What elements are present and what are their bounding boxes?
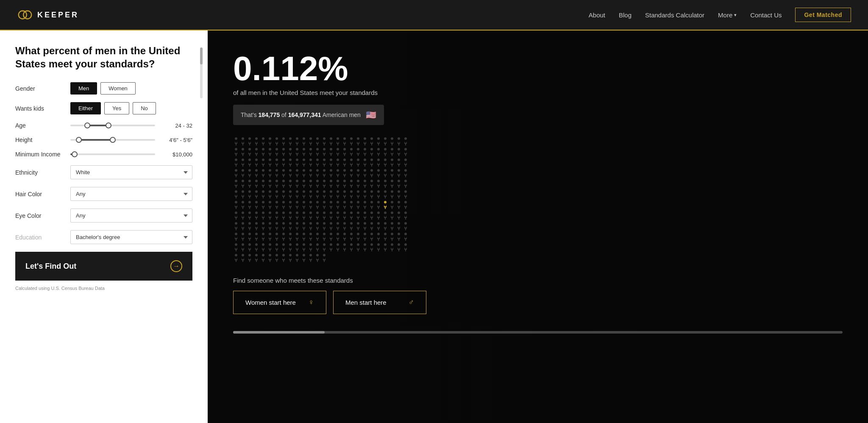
age-slider[interactable]: 24 - 32 <box>70 122 192 129</box>
income-slider[interactable]: $10,000 <box>70 151 192 158</box>
eye-color-select[interactable]: Any Brown Blue Green Hazel <box>70 209 192 223</box>
person-icon <box>281 243 287 253</box>
person-icon <box>376 158 381 168</box>
svg-point-20 <box>357 137 359 140</box>
svg-point-221 <box>309 222 312 225</box>
person-icon <box>240 169 246 178</box>
cta-buttons: Women start here ♀ Men start here ♂ <box>233 291 843 314</box>
gender-men-button[interactable]: Men <box>70 82 97 95</box>
person-icon <box>382 147 388 157</box>
svg-point-277 <box>337 243 339 246</box>
svg-point-112 <box>275 180 278 182</box>
scrollbar-track[interactable] <box>233 331 843 334</box>
age-thumb-2[interactable] <box>106 122 111 128</box>
person-icon <box>403 243 409 253</box>
nav-contact[interactable]: Contact Us <box>750 11 782 19</box>
svg-point-251 <box>337 233 339 235</box>
person-icon <box>396 243 402 253</box>
person-icon <box>328 169 334 178</box>
svg-point-235 <box>404 222 407 225</box>
hair-color-select[interactable]: Any Brown Blonde Black Red Gray <box>70 187 192 201</box>
person-icon <box>247 211 253 221</box>
nav-standards-calc[interactable]: Standards Calculator <box>645 11 704 19</box>
person-icon <box>260 200 266 210</box>
svg-point-142 <box>303 190 305 193</box>
person-icon <box>233 179 239 189</box>
svg-point-166 <box>289 201 292 203</box>
age-thumb-1[interactable] <box>84 122 90 128</box>
count-suffix: American men <box>323 111 361 118</box>
nav-blog[interactable]: Blog <box>619 11 632 19</box>
person-icon <box>260 232 266 242</box>
height-slider[interactable]: 4'6" - 5'6" <box>70 137 192 143</box>
income-row: Minimum Income $10,000 <box>15 151 192 158</box>
person-icon <box>355 190 361 200</box>
person-icon <box>308 158 314 168</box>
chevron-down-icon: ▾ <box>734 12 737 18</box>
person-icon <box>308 147 314 157</box>
svg-point-207 <box>391 212 393 214</box>
person-icon <box>281 158 287 168</box>
height-thumb-1[interactable] <box>76 137 82 143</box>
person-icon <box>294 179 300 189</box>
wants-kids-yes-button[interactable]: Yes <box>104 102 129 114</box>
income-thumb[interactable] <box>72 151 78 157</box>
person-icon <box>335 158 341 168</box>
person-icon <box>389 232 395 242</box>
svg-point-76 <box>384 159 387 161</box>
person-icon <box>382 222 388 231</box>
scroll-thumb <box>200 47 203 64</box>
logo[interactable]: KEEPER <box>17 7 79 23</box>
person-icon <box>294 169 300 178</box>
person-icon <box>240 222 246 231</box>
wants-kids-no-button[interactable]: No <box>133 102 156 114</box>
person-icon <box>308 179 314 189</box>
person-icon <box>274 253 280 263</box>
ethnicity-select[interactable]: Any White Black Hispanic Asian Other <box>70 165 192 179</box>
svg-point-181 <box>391 201 393 203</box>
nav-about[interactable]: About <box>589 11 605 19</box>
education-select[interactable]: Any High School Some College Bachelor's … <box>70 230 192 244</box>
svg-point-41 <box>323 148 326 150</box>
person-icon <box>314 222 320 231</box>
men-cta-button[interactable]: Men start here ♂ <box>333 291 426 314</box>
svg-point-145 <box>323 190 326 193</box>
svg-point-290 <box>248 254 251 256</box>
person-icon <box>308 200 314 210</box>
women-cta-button[interactable]: Women start here ♀ <box>233 291 326 314</box>
person-icon <box>335 169 341 178</box>
eye-color-label: Eye Color <box>15 212 70 219</box>
height-fill <box>79 139 113 141</box>
svg-point-226 <box>343 222 346 225</box>
gender-women-button[interactable]: Women <box>100 82 136 95</box>
person-icon <box>362 190 368 200</box>
person-icon <box>396 232 402 242</box>
svg-point-10 <box>289 137 292 140</box>
svg-point-163 <box>269 201 271 203</box>
svg-point-219 <box>296 222 298 225</box>
height-thumb-2[interactable] <box>110 137 116 143</box>
person-icon <box>403 137 409 147</box>
svg-point-21 <box>364 137 366 140</box>
person-icon <box>396 190 402 200</box>
person-icon <box>287 222 293 231</box>
svg-point-210 <box>235 222 237 225</box>
person-icon <box>267 147 273 157</box>
svg-point-176 <box>357 201 359 203</box>
person-icon <box>342 243 348 253</box>
get-matched-button[interactable]: Get Matched <box>795 8 851 22</box>
people-grid <box>233 137 411 263</box>
svg-point-184 <box>235 212 237 214</box>
svg-point-160 <box>248 201 251 203</box>
svg-point-9 <box>282 137 285 140</box>
svg-point-25 <box>391 137 393 140</box>
wants-kids-either-button[interactable]: Either <box>70 102 101 114</box>
nav-more[interactable]: More ▾ <box>718 11 737 19</box>
person-icon <box>294 222 300 231</box>
ethnicity-row: Ethnicity Any White Black Hispanic Asian… <box>15 165 192 179</box>
person-icon <box>348 243 354 253</box>
submit-button[interactable]: Let's Find Out → <box>15 252 192 281</box>
svg-point-88 <box>289 169 292 172</box>
person-icon <box>321 179 327 189</box>
age-value: 24 - 32 <box>159 122 192 129</box>
